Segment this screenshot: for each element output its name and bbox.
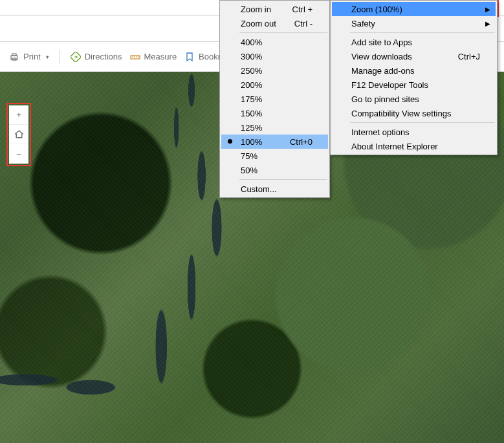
zoom-submenu: Zoom in Ctrl + Zoom out Ctrl - 400%300%2… [219,0,330,198]
menu-label: F12 Developer Tools [351,80,428,90]
print-button[interactable]: Print ▾ [5,49,53,65]
menu-item-manage-addons[interactable]: Manage add-ons [332,63,496,78]
menu-label: About Internet Explorer [351,142,438,151]
print-icon [9,52,19,62]
map-zoom-control-annotated: + − [6,103,31,166]
menu-item-zoom-level[interactable]: 250% [221,63,328,78]
menu-separator [350,122,495,123]
print-label: Print [23,52,41,61]
menu-label: Add site to Apps [351,38,412,47]
map-zoom-home-button[interactable] [9,125,28,144]
menu-label: Custom... [241,184,277,194]
submenu-arrow-icon: ▶ [485,6,490,13]
directions-button[interactable]: Directions [67,49,126,65]
menu-label: 175% [241,94,262,104]
menu-label: 250% [241,66,262,76]
menu-label: Zoom in [241,5,271,14]
menu-item-f12-tools[interactable]: F12 Developer Tools [332,78,496,92]
measure-icon [130,52,140,62]
measure-label: Measure [144,52,177,61]
menu-item-about-ie[interactable]: About Internet Explorer [332,139,496,153]
menu-item-internet-options[interactable]: Internet options [332,125,496,139]
menu-item-view-downloads[interactable]: View downloads Ctrl+J [332,49,496,63]
menu-label: Compatibility View settings [351,109,451,118]
menu-label: Zoom (100%) [351,5,402,14]
chevron-down-icon: ▾ [46,54,49,60]
menu-item-zoom-level[interactable]: 175% [221,92,328,106]
menu-shortcut: Ctrl+J [443,52,480,61]
radio-bullet-icon [228,139,232,144]
minus-icon: − [16,149,21,159]
menu-label: 75% [241,151,257,161]
ie-tools-menu: Zoom (100%) ▶ Safety ▶ Add site to Apps … [330,0,498,155]
menu-label: Zoom out [241,19,276,28]
plus-icon: + [16,110,21,120]
menu-item-zoom-out[interactable]: Zoom out Ctrl - [221,16,328,30]
menu-label: 300% [241,52,262,61]
menu-separator [239,32,327,33]
menu-item-zoom-in[interactable]: Zoom in Ctrl + [221,2,328,16]
measure-button[interactable]: Measure [126,49,181,65]
menu-label: 150% [241,109,262,118]
menu-item-compat-view[interactable]: Compatibility View settings [332,106,496,120]
menu-label: Internet options [351,127,410,137]
menu-label: 125% [241,123,262,133]
menu-item-pinned-sites[interactable]: Go to pinned sites [332,92,496,106]
bookmark-icon [184,52,195,62]
menu-shortcut: Ctrl - [279,19,312,28]
svg-rect-1 [12,54,16,56]
menu-separator [239,179,327,180]
menu-shortcut: Ctrl+0 [274,137,312,147]
submenu-arrow-icon: ▶ [485,20,490,27]
menu-item-zoom-level[interactable]: 400% [221,35,328,49]
menu-label: Go to pinned sites [351,94,419,104]
menu-item-zoom[interactable]: Zoom (100%) ▶ [332,2,496,16]
menu-item-zoom-level[interactable]: 300% [221,49,328,63]
menu-item-zoom-level[interactable]: 100%Ctrl+0 [221,135,328,149]
menu-item-safety[interactable]: Safety ▶ [332,16,496,30]
menu-label: 50% [241,166,257,175]
menu-label: 400% [241,38,262,47]
menu-label: Safety [351,19,375,28]
menu-shortcut: Ctrl + [277,5,312,14]
menu-item-zoom-custom[interactable]: Custom... [221,182,328,196]
home-icon [14,129,25,140]
menu-item-zoom-level[interactable]: 200% [221,78,328,92]
menu-item-zoom-level[interactable]: 150% [221,106,328,120]
menu-separator [350,32,495,33]
menu-item-add-site[interactable]: Add site to Apps [332,35,496,49]
menu-item-zoom-level[interactable]: 50% [221,163,328,177]
directions-label: Directions [85,52,122,61]
menu-label: 200% [241,80,262,90]
menu-label: 100% [241,137,262,147]
menu-item-zoom-level[interactable]: 75% [221,149,328,163]
toolbar-separator [60,50,60,64]
menu-label: Manage add-ons [351,66,415,76]
menu-item-zoom-level[interactable]: 125% [221,120,328,135]
map-zoom-out-button[interactable]: − [9,144,28,164]
map-zoom-in-button[interactable]: + [9,105,28,125]
directions-icon [71,52,81,62]
menu-label: View downloads [351,52,412,61]
